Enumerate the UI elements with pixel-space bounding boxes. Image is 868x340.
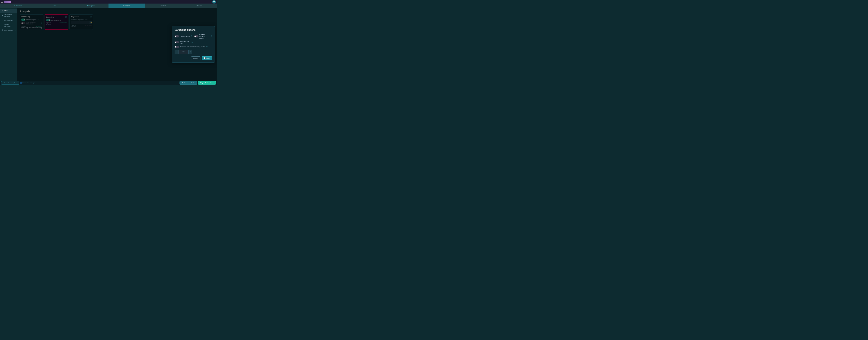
trim-barcodes-option: Trim barcodes ⓘ [175, 34, 192, 39]
wizard-step-output[interactable]: 5. Output [145, 4, 181, 8]
top-bar-left: ☰ [1, 1, 11, 3]
mid-read-toggle[interactable] [194, 35, 198, 37]
barcoding-options-modal: Barcoding options Trim barcodes ⓘ Mid-re… [172, 26, 215, 63]
override-min-score-toggle[interactable] [175, 46, 179, 48]
connection-manager[interactable]: 👤 Connection manager [20, 82, 35, 83]
sidebar-item-experiments[interactable]: 〜 Experiments [0, 18, 17, 23]
logo [4, 1, 11, 3]
save-label: Save [206, 57, 210, 59]
settings-icon: ⚙ [2, 29, 4, 31]
grid-icon: ⊞ [2, 14, 4, 16]
wizard-step-positions[interactable]: 1. Positions [0, 4, 36, 8]
sidebar-item-sequencing-overview-label: Sequencing overview [4, 13, 16, 17]
score-decrement-button[interactable]: − [175, 50, 179, 54]
wizard-bar: 1. Positions 2. Kit 3. Run options 4. An… [0, 4, 217, 8]
sidebar-item-experiments-label: Experiments [4, 20, 12, 21]
skip-label: Skip to final review [200, 82, 213, 84]
connection-manager-label: Connection manager [23, 82, 35, 83]
bottom-left: ‹ Back to run options 👤 Connection manag… [1, 81, 35, 84]
barcode-both-ends-info-icon[interactable]: ⓘ [191, 41, 192, 43]
top-bar: ☰ SD [0, 0, 217, 4]
start-icon: ⊙ [2, 10, 4, 12]
bottom-bar: ‹ Back to run options 👤 Connection manag… [0, 80, 217, 85]
barcode-both-ends-option: Barcode both ends ⓘ [175, 41, 192, 44]
save-icon: 💾 [204, 57, 206, 59]
sidebar-item-sequencing-overview[interactable]: ⊞ Sequencing overview [0, 12, 17, 18]
mid-read-info-icon[interactable]: ⓘ [211, 35, 212, 37]
override-min-score-label: Override minimum barcoding score [180, 46, 205, 48]
trim-barcodes-toggle[interactable] [175, 35, 179, 37]
mid-read-option: Mid-read barcode filtering ⓘ [194, 34, 212, 39]
sidebar-item-host-settings[interactable]: ⚙ Host settings › [0, 28, 17, 32]
score-stepper: − 60 + [175, 50, 212, 54]
barcode-both-ends-label: Barcode both ends [180, 41, 190, 44]
modal-overlay: Barcoding options Trim barcodes ⓘ Mid-re… [18, 8, 217, 80]
experiments-icon: 〜 [2, 19, 4, 22]
hamburger-icon[interactable]: ☰ [1, 1, 3, 3]
sidebar: ⊙ Start ⊞ Sequencing overview 〜 Experime… [0, 8, 18, 80]
skip-chevron-icon: › [213, 82, 214, 84]
bottom-right: Continue to output › Skip to final revie… [180, 81, 216, 84]
continue-chevron-icon: › [194, 82, 195, 84]
wizard-step-run-options[interactable]: 3. Run options [72, 4, 108, 8]
wizard-step-analysis[interactable]: 4. Analysis [108, 4, 145, 8]
sidebar-item-start[interactable]: ⊙ Start [0, 9, 17, 12]
modal-actions: Cancel 💾 Save [175, 56, 212, 60]
trim-barcodes-info-icon[interactable]: ⓘ [191, 35, 192, 37]
trim-barcodes-label: Trim barcodes [180, 35, 190, 37]
main-layout: ⊙ Start ⊞ Sequencing overview 〜 Experime… [0, 8, 217, 80]
wizard-step-review[interactable]: 6. Review [181, 4, 217, 8]
score-value: 60 [179, 50, 188, 54]
back-button[interactable]: ‹ Back to run options [1, 81, 19, 84]
wizard-step-kit[interactable]: 2. Kit [36, 4, 72, 8]
sidebar-item-system-messages-label: System messages [4, 24, 16, 27]
continue-button[interactable]: Continue to output › [180, 81, 197, 84]
connection-icon: 👤 [20, 82, 22, 83]
continue-label: Continue to output [182, 82, 194, 84]
sidebar-item-system-messages[interactable]: ☐ System messages [0, 23, 17, 28]
sidebar-item-host-settings-label: Host settings [4, 29, 13, 31]
back-chevron-icon: ‹ [3, 82, 4, 84]
back-label: Back to run options [4, 82, 17, 84]
modal-title: Barcoding options [175, 29, 212, 31]
avatar[interactable]: SD [212, 0, 216, 4]
barcode-both-ends-toggle[interactable] [175, 41, 179, 43]
content-area: Analysis Basecalling Basecalling ON ⓘ Mo… [18, 8, 217, 80]
override-min-score-option: Override minimum barcoding score ⓘ [175, 46, 212, 48]
cancel-button[interactable]: Cancel [191, 56, 200, 60]
mid-read-label: Mid-read barcode filtering [199, 34, 210, 39]
chevron-right-icon: › [16, 30, 16, 31]
score-increment-button[interactable]: + [188, 50, 192, 54]
skip-button[interactable]: Skip to final review › [198, 81, 216, 84]
sidebar-item-start-label: Start [4, 10, 7, 12]
messages-icon: ☐ [2, 25, 4, 26]
override-min-score-info-icon[interactable]: ⓘ [206, 46, 208, 48]
save-button[interactable]: 💾 Save [202, 56, 212, 60]
